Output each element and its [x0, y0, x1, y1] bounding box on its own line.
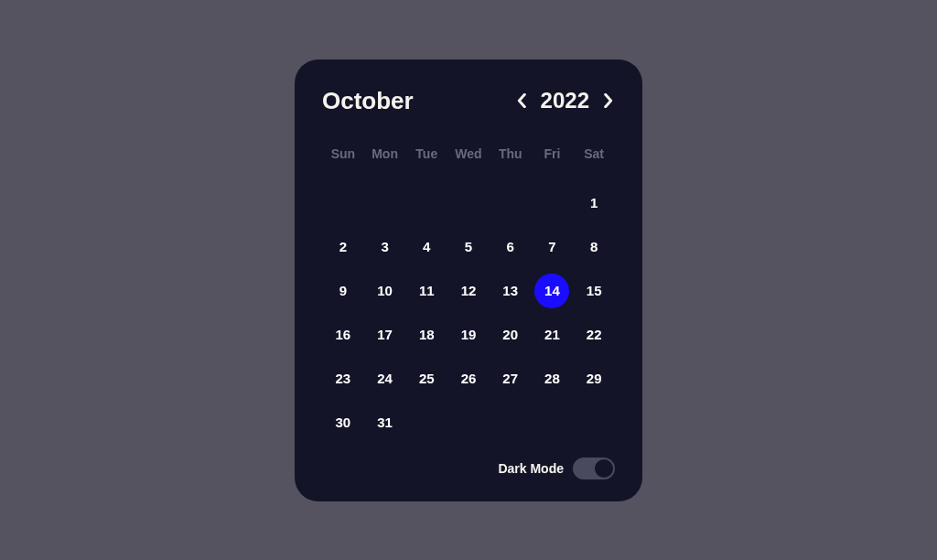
days-grid: 1234567891011121314151617181920212223242… [322, 181, 615, 445]
day-cell[interactable]: 21 [532, 313, 574, 357]
day-cell[interactable]: 20 [490, 313, 532, 357]
day-cell-empty [532, 181, 574, 225]
weekday-label: Thu [490, 141, 532, 167]
day-cell[interactable]: 22 [573, 313, 615, 357]
day-cell[interactable]: 11 [405, 269, 447, 313]
day-cell[interactable]: 17 [364, 313, 406, 357]
day-cell[interactable]: 3 [364, 225, 406, 269]
day-cell[interactable]: 28 [532, 357, 574, 401]
toggle-knob [595, 459, 613, 478]
day-cell[interactable]: 26 [447, 357, 490, 401]
chevron-left-icon [516, 93, 527, 108]
calendar-card: October 2022 SunMonTueWedThuFriSat 12345… [295, 59, 642, 501]
weekday-label: Sat [573, 141, 615, 167]
day-cell[interactable]: 25 [405, 357, 447, 401]
day-cell[interactable]: 24 [364, 357, 406, 401]
day-cell[interactable]: 31 [364, 401, 406, 445]
day-cell[interactable]: 10 [364, 269, 406, 313]
day-cell[interactable]: 4 [405, 225, 447, 269]
day-cell[interactable]: 6 [490, 225, 532, 269]
day-cell[interactable]: 8 [573, 225, 615, 269]
month-label: October [322, 87, 414, 115]
day-cell[interactable]: 15 [573, 269, 615, 313]
day-cell-empty [490, 181, 532, 225]
weekday-row: SunMonTueWedThuFriSat [322, 141, 615, 167]
calendar-header: October 2022 [322, 87, 615, 115]
dark-mode-toggle[interactable] [573, 458, 615, 479]
day-cell[interactable]: 7 [532, 225, 574, 269]
day-cell[interactable]: 2 [322, 225, 364, 269]
day-cell[interactable]: 23 [322, 357, 364, 401]
day-cell-empty [322, 181, 364, 225]
day-cell[interactable]: 19 [447, 313, 490, 357]
day-cell[interactable]: 29 [573, 357, 615, 401]
day-cell[interactable]: 14 [532, 269, 574, 313]
weekday-label: Wed [447, 141, 490, 167]
next-year-button[interactable] [602, 94, 615, 107]
calendar-footer: Dark Mode [322, 458, 615, 479]
weekday-label: Fri [532, 141, 574, 167]
day-cell[interactable]: 30 [322, 401, 364, 445]
day-cell[interactable]: 1 [573, 181, 615, 225]
weekday-label: Tue [405, 141, 447, 167]
day-cell[interactable]: 5 [447, 225, 490, 269]
weekday-label: Sun [322, 141, 364, 167]
chevron-right-icon [603, 93, 614, 108]
weekday-label: Mon [364, 141, 406, 167]
prev-year-button[interactable] [515, 94, 528, 107]
day-cell[interactable]: 12 [447, 269, 490, 313]
day-cell[interactable]: 9 [322, 269, 364, 313]
day-cell-empty [447, 181, 490, 225]
day-cell-empty [364, 181, 406, 225]
year-label: 2022 [541, 88, 589, 113]
day-cell[interactable]: 18 [405, 313, 447, 357]
day-cell[interactable]: 27 [490, 357, 532, 401]
day-cell[interactable]: 16 [322, 313, 364, 357]
dark-mode-label: Dark Mode [498, 461, 564, 476]
day-cell[interactable]: 13 [490, 269, 532, 313]
day-cell-empty [405, 181, 447, 225]
year-navigation: 2022 [515, 88, 615, 113]
